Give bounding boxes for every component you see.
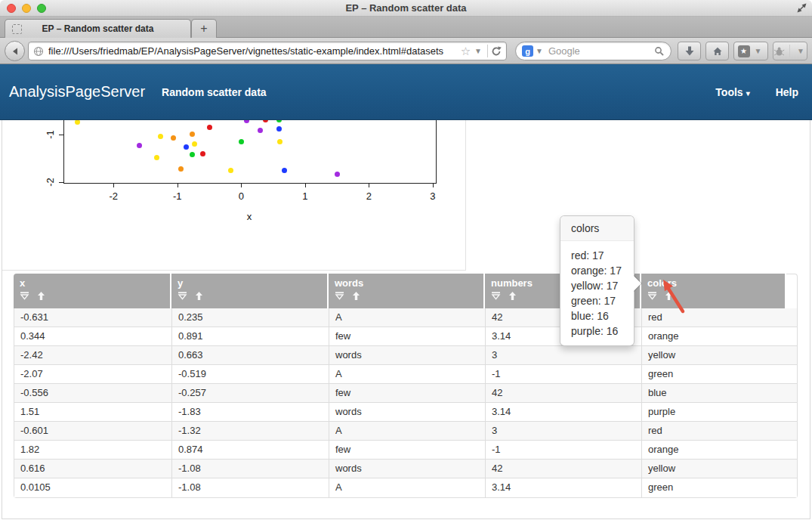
y-tick-label: -1 [45, 127, 55, 142]
table-cell: red [641, 422, 797, 440]
table-cell: 1.51 [14, 403, 171, 421]
table-cell: -0.631 [14, 308, 171, 327]
table-cell: 0.344 [14, 327, 171, 345]
scatter-point-yellow [154, 155, 159, 160]
column-label: x [20, 277, 170, 289]
app-brand[interactable]: AnalysisPageServer [9, 83, 145, 101]
table-cell: -1.08 [171, 460, 329, 478]
table-cell: 3.14 [485, 403, 641, 421]
filter-icon[interactable] [20, 291, 29, 301]
x-tick [241, 184, 242, 187]
table-cell: purple [641, 403, 797, 421]
table-cell: -1.32 [171, 422, 329, 440]
column-header-icons [335, 291, 483, 301]
table-cell: 3 [485, 346, 641, 364]
table-cell: -2.42 [14, 346, 171, 364]
table-cell: -0.601 [14, 422, 171, 440]
filter-icon[interactable] [491, 291, 501, 301]
table-cell: orange [641, 441, 797, 459]
browser-window: EP – Random scatter data EP – Random sca… [0, 0, 812, 520]
popover-arrow [634, 275, 642, 292]
popover-title: colors [560, 216, 634, 241]
table-cell: green [641, 478, 797, 497]
table-cell: few [329, 384, 485, 402]
table-row: -2.07-0.519A-1green [14, 365, 797, 384]
plot-box [63, 120, 437, 184]
popover-line: blue: 16 [571, 308, 623, 323]
table-cell: yellow [641, 460, 797, 478]
table-cell: A [329, 308, 485, 327]
table-cell: -0.257 [171, 384, 329, 402]
table-row: -2.420.663words3yellow [14, 346, 797, 365]
annotation-arrow-icon [656, 277, 690, 316]
scatter-point-blue [276, 126, 282, 132]
x-tick [305, 184, 306, 187]
column-label: words [335, 277, 483, 289]
table-cell: -0.519 [171, 365, 329, 383]
table-cell: 0.616 [14, 460, 171, 478]
table-cell: 0.874 [171, 441, 329, 459]
popover-line: orange: 17 [571, 263, 623, 278]
table-cell: orange [641, 327, 797, 345]
y-tick-label: -2 [45, 175, 55, 190]
scatter-point-red [200, 151, 205, 156]
column-header-y[interactable]: y [171, 274, 327, 308]
sort-icon[interactable] [194, 291, 204, 301]
x-tick-label: 1 [294, 190, 316, 202]
table-cell: words [329, 460, 485, 478]
x-tick-label: 3 [421, 190, 444, 202]
filter-icon[interactable] [178, 291, 187, 301]
table-cell: A [329, 478, 485, 497]
scatter-point-blue [282, 168, 287, 173]
table-cell: -1.08 [171, 478, 329, 497]
scatter-point-green [239, 139, 244, 144]
x-tick-label: 0 [230, 190, 252, 202]
table-cell: 0.663 [171, 346, 329, 364]
table-row: 0.0105-1.08A3.14green [14, 478, 797, 497]
scatter-point-yellow [277, 139, 283, 144]
table-cell: 3 [485, 422, 641, 440]
table-cell: A [329, 365, 485, 383]
column-header-x[interactable]: x [14, 274, 170, 308]
y-tick [59, 182, 63, 183]
table-cell: words [329, 346, 485, 364]
scatter-point-orange [178, 166, 184, 172]
tools-label: Tools [715, 86, 743, 98]
x-tick-label: -1 [166, 190, 189, 202]
table-row: 0.616-1.08words42yellow [14, 460, 797, 478]
table-cell: A [329, 422, 485, 440]
column-header-words[interactable]: words [329, 274, 483, 308]
popover-content: red: 17orange: 17yellow: 17green: 17blue… [560, 241, 634, 345]
table-cell: -2.07 [14, 365, 171, 383]
table-cell: words [329, 403, 485, 421]
help-menu[interactable]: Help [776, 86, 798, 98]
x-axis-label: x [242, 211, 257, 222]
scatter-point-blue [184, 144, 189, 150]
sort-icon[interactable] [508, 291, 517, 301]
table-cell: 42 [485, 460, 641, 478]
tools-menu[interactable]: Tools▾ [715, 86, 749, 98]
table-cell: -0.556 [14, 384, 171, 402]
column-header-icons [178, 291, 327, 301]
column-header-icons [20, 291, 170, 301]
table-cell: green [641, 365, 797, 383]
x-tick-label: 2 [357, 190, 380, 202]
column-label: y [178, 277, 327, 289]
table-cell: few [329, 327, 485, 345]
sort-icon[interactable] [36, 291, 46, 301]
x-tick [113, 184, 114, 187]
x-tick [178, 184, 178, 187]
table-cell: 0.235 [171, 308, 329, 327]
table-cell: -1 [485, 365, 641, 383]
table-cell: 0.891 [171, 327, 329, 345]
table-cell: 3.14 [485, 478, 641, 497]
table-row: 1.820.874few-1orange [14, 441, 797, 460]
table-row: -0.601-1.32A3red [14, 422, 797, 441]
table-body: -0.6310.235A42red0.3440.891few3.14orange… [14, 308, 798, 498]
nav-page-title[interactable]: Random scatter data [162, 86, 266, 98]
filter-icon[interactable] [335, 291, 344, 301]
chevron-down-icon: ▾ [746, 89, 750, 98]
sort-icon[interactable] [351, 291, 361, 301]
table-row: 0.3440.891few3.14orange [14, 327, 797, 346]
popover-line: purple: 16 [571, 323, 623, 339]
